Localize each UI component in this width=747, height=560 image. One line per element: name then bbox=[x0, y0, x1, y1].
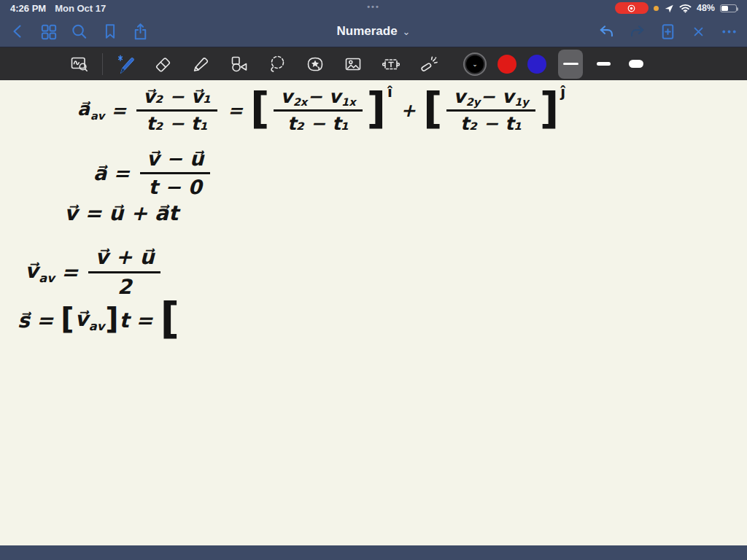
image-tool-button[interactable] bbox=[342, 52, 364, 77]
open-bracket: [ bbox=[160, 298, 179, 340]
ellipsis-icon bbox=[719, 22, 739, 42]
handwritten-equation-displacement: s⃗ = [ v⃗av ] t = [ bbox=[18, 299, 180, 341]
search-icon bbox=[69, 22, 89, 42]
text-tool-button[interactable] bbox=[380, 52, 402, 77]
eraser-tool-button[interactable] bbox=[152, 52, 174, 77]
undo-icon bbox=[597, 22, 616, 42]
eq4-lhs: v⃗av bbox=[25, 259, 55, 286]
toolbar-divider bbox=[102, 53, 103, 75]
zoom-writing-tool-button[interactable] bbox=[69, 52, 90, 77]
stroke-width-thin-selected[interactable] bbox=[558, 50, 583, 79]
more-options-button[interactable] bbox=[719, 21, 740, 42]
i-hat: î bbox=[387, 83, 392, 101]
open-bracket: [ bbox=[423, 88, 443, 130]
bookmark-icon bbox=[101, 22, 120, 41]
j-hat: ĵ bbox=[560, 83, 565, 101]
handwritten-equation-velocity: v⃗ = u⃗ + a⃗t bbox=[64, 201, 178, 225]
eq4-fraction: v⃗ + u⃗ 2 bbox=[88, 245, 160, 299]
chevron-down-icon: ⌄ bbox=[472, 61, 478, 68]
undo-button[interactable] bbox=[596, 21, 617, 42]
document-title-label: Numerade bbox=[336, 24, 397, 38]
clock-time: 4:26 PM bbox=[10, 3, 46, 14]
share-icon bbox=[131, 22, 150, 42]
handwritten-equation-average-acceleration: a⃗av = v⃗₂ − v⃗₁ t₂ − t₁ = [ v2x− v1x t₂… bbox=[77, 86, 567, 134]
status-date: Mon Oct 17 bbox=[55, 3, 106, 14]
stamp-tool-button[interactable] bbox=[304, 52, 326, 77]
color-swatch-black-selected[interactable]: ⌄ bbox=[463, 52, 487, 76]
eraser-icon bbox=[153, 54, 174, 74]
search-button[interactable] bbox=[69, 21, 90, 42]
bookmark-button[interactable] bbox=[99, 21, 120, 42]
shapes-icon bbox=[229, 54, 249, 74]
color-swatch-blue[interactable] bbox=[527, 55, 546, 74]
share-button[interactable] bbox=[130, 21, 151, 42]
bottom-letterbox-bar bbox=[0, 545, 747, 560]
pencil-tool-button[interactable] bbox=[115, 52, 136, 77]
eq1-lhs: a⃗av bbox=[77, 98, 104, 122]
zoom-writing-icon bbox=[69, 54, 90, 74]
lasso-tool-button[interactable] bbox=[266, 52, 288, 77]
star-stamp-icon bbox=[305, 54, 325, 74]
color-swatch-red[interactable] bbox=[498, 55, 516, 74]
eq1-fraction-1: v⃗₂ − v⃗₁ t₂ − t₁ bbox=[136, 86, 217, 134]
close-bracket: ] bbox=[105, 304, 118, 333]
image-icon bbox=[343, 54, 363, 74]
eq5-vav: v⃗av bbox=[74, 307, 104, 334]
battery-percent-label: 48% bbox=[697, 3, 715, 13]
screen-recording-indicator[interactable] bbox=[615, 2, 649, 14]
eq1-fraction-y: v2y− v1y t₂ − t₁ bbox=[446, 86, 535, 134]
lasso-icon bbox=[267, 54, 287, 74]
open-bracket: [ bbox=[61, 304, 74, 333]
redo-icon bbox=[627, 22, 647, 42]
drawing-toolbar: ⌄ bbox=[0, 47, 747, 80]
close-button[interactable] bbox=[688, 21, 709, 42]
handwritten-equation-average-velocity: v⃗av = v⃗ + u⃗ 2 bbox=[25, 245, 164, 299]
pencil-icon-selected bbox=[115, 52, 136, 76]
close-bracket: ] bbox=[367, 88, 387, 130]
location-arrow-icon bbox=[664, 3, 674, 13]
eq1-fraction-x: v2x− v1x t₂ − t₁ bbox=[274, 86, 362, 134]
whiteboard-canvas[interactable]: a⃗av = v⃗₂ − v⃗₁ t₂ − t₁ = [ v2x− v1x t₂… bbox=[0, 80, 747, 545]
microphone-in-use-dot bbox=[654, 6, 659, 11]
handwritten-equation-acceleration: a⃗ = v⃗ − u⃗ t − 0 bbox=[93, 147, 214, 198]
navigation-bar: Numerade⌄ bbox=[0, 16, 747, 47]
record-icon bbox=[627, 4, 636, 13]
text-icon bbox=[381, 54, 401, 74]
laser-pointer-tool-button[interactable] bbox=[418, 52, 440, 77]
laser-pointer-icon bbox=[419, 54, 439, 74]
open-bracket: [ bbox=[250, 88, 270, 130]
grid-icon bbox=[39, 22, 58, 42]
wifi-icon bbox=[679, 4, 692, 13]
shapes-tool-button[interactable] bbox=[228, 52, 250, 77]
chevron-down-icon: ⌄ bbox=[403, 26, 411, 37]
close-icon bbox=[689, 23, 708, 41]
close-bracket: ] bbox=[540, 88, 560, 130]
battery-icon bbox=[720, 4, 737, 12]
stroke-width-thick[interactable] bbox=[624, 50, 649, 79]
chevron-left-icon bbox=[8, 21, 28, 42]
back-button[interactable] bbox=[7, 21, 28, 42]
pages-grid-button[interactable] bbox=[38, 21, 59, 42]
add-page-button[interactable] bbox=[657, 21, 678, 42]
stroke-width-medium[interactable] bbox=[591, 50, 616, 79]
highlighter-tool-button[interactable] bbox=[190, 52, 212, 77]
add-page-icon bbox=[658, 22, 678, 42]
highlighter-icon bbox=[191, 54, 212, 74]
eq2-fraction: v⃗ − u⃗ t − 0 bbox=[140, 147, 210, 198]
redo-button[interactable] bbox=[627, 21, 648, 42]
status-bar: 4:26 PM Mon Oct 17 ••• 48% bbox=[0, 0, 747, 16]
